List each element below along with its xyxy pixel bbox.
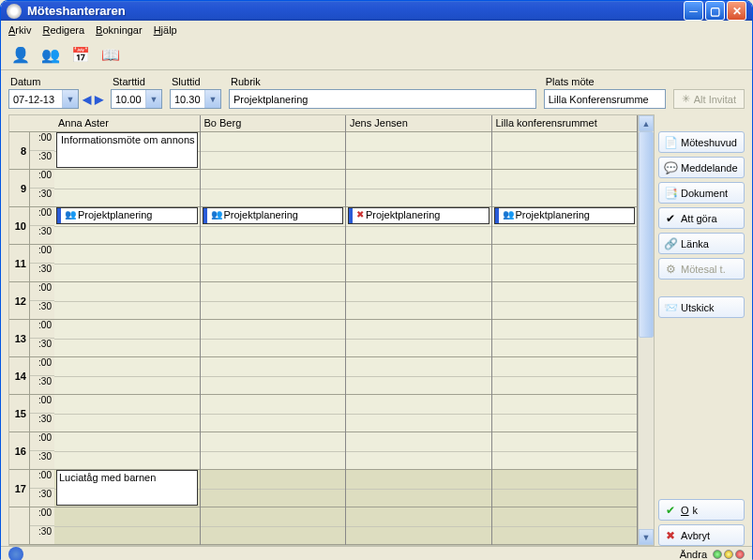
cell[interactable] bbox=[492, 357, 638, 395]
cell[interactable] bbox=[492, 432, 638, 470]
appointment-projekt[interactable]: 👥Projektplanering bbox=[494, 207, 636, 224]
cell[interactable] bbox=[201, 282, 346, 320]
dokument-button[interactable]: 📑Dokument bbox=[658, 182, 745, 204]
side-panel: 📄Möteshuvud 💬Meddelande 📑Dokument ✔Att g… bbox=[658, 114, 745, 546]
appointment-info[interactable]: Informationsmöte om annons bbox=[56, 132, 198, 168]
maximize-button[interactable]: ▢ bbox=[705, 1, 725, 21]
appointment-projekt[interactable]: ✖Projektplanering bbox=[348, 207, 489, 224]
cell[interactable] bbox=[492, 132, 638, 170]
cell[interactable] bbox=[201, 357, 346, 395]
cell[interactable] bbox=[54, 245, 200, 282]
cell[interactable]: Luciatåg med barnen bbox=[54, 470, 200, 507]
cell[interactable] bbox=[54, 432, 200, 470]
tool-delete-user-icon[interactable]: 👥 bbox=[38, 43, 63, 66]
appointment-projekt[interactable]: 👥Projektplanering bbox=[56, 207, 198, 224]
status-user-icon bbox=[8, 547, 23, 560]
attgora-button[interactable]: ✔Att göra bbox=[658, 207, 745, 229]
tool-book-icon[interactable]: 📖 bbox=[98, 43, 123, 66]
window-title: Möteshanteraren bbox=[27, 4, 684, 18]
cell[interactable] bbox=[346, 320, 491, 357]
next-day-button[interactable]: ▶ bbox=[95, 93, 103, 106]
utskick-button[interactable]: 📨Utskick bbox=[658, 296, 745, 318]
motesal-button[interactable]: ⚙Mötesal t. bbox=[658, 258, 745, 280]
cell[interactable] bbox=[54, 395, 200, 432]
message-icon: 💬 bbox=[664, 161, 677, 174]
hour-17: 17:00:30 bbox=[9, 470, 54, 507]
cell[interactable] bbox=[201, 170, 346, 207]
cell[interactable] bbox=[346, 507, 491, 545]
cell[interactable] bbox=[201, 432, 346, 470]
cell[interactable] bbox=[346, 170, 491, 207]
cell[interactable] bbox=[346, 470, 491, 507]
cell[interactable] bbox=[54, 282, 200, 320]
minimize-button[interactable]: ─ bbox=[684, 1, 703, 21]
datum-combo[interactable]: ▼ bbox=[8, 89, 79, 109]
cell[interactable] bbox=[346, 245, 491, 282]
scroll-thumb[interactable] bbox=[639, 131, 654, 338]
cell[interactable] bbox=[492, 170, 638, 207]
appointment-projekt[interactable]: 👥Projektplanering bbox=[203, 207, 344, 224]
cell[interactable]: 👥Projektplanering bbox=[54, 207, 200, 245]
cell[interactable] bbox=[54, 170, 200, 207]
cell[interactable] bbox=[346, 282, 491, 320]
menu-arkiv[interactable]: Arkiv bbox=[8, 24, 31, 36]
cell[interactable]: Informationsmöte om annons bbox=[54, 132, 200, 170]
starttid-input[interactable] bbox=[112, 90, 145, 108]
cell[interactable] bbox=[201, 395, 346, 432]
cell[interactable] bbox=[54, 507, 200, 545]
chevron-down-icon[interactable]: ▼ bbox=[145, 90, 161, 108]
cell[interactable] bbox=[201, 245, 346, 282]
cell[interactable] bbox=[201, 132, 346, 170]
cell[interactable] bbox=[346, 357, 491, 395]
datum-label: Datum bbox=[8, 76, 103, 87]
meddelande-button[interactable]: 💬Meddelande bbox=[658, 157, 745, 178]
scroll-up-button[interactable]: ▲ bbox=[639, 115, 654, 131]
cell[interactable] bbox=[492, 470, 638, 507]
sluttid-input[interactable] bbox=[171, 90, 204, 108]
tool-calendar-icon[interactable]: 📅 bbox=[68, 43, 93, 66]
cell[interactable] bbox=[346, 132, 491, 170]
datum-input[interactable] bbox=[9, 90, 62, 108]
appointment-lucia[interactable]: Luciatåg med barnen bbox=[56, 470, 198, 506]
cell[interactable]: 👥Projektplanering bbox=[492, 207, 638, 245]
cell[interactable] bbox=[201, 507, 346, 545]
tool-edit-user-icon[interactable]: 👤 bbox=[8, 43, 33, 66]
cell[interactable] bbox=[492, 507, 638, 545]
hour-18: :00:30 bbox=[9, 507, 54, 545]
close-button[interactable]: ✕ bbox=[727, 1, 746, 21]
scroll-down-button[interactable]: ▼ bbox=[639, 529, 654, 545]
cell[interactable] bbox=[492, 282, 638, 320]
invite-button[interactable]: ✳ Alt Invitat bbox=[673, 89, 745, 109]
cell[interactable] bbox=[346, 432, 491, 470]
menu-hjalp[interactable]: Hjälp bbox=[154, 24, 177, 36]
statusbar: Ändra bbox=[1, 546, 752, 560]
moteshuvud-button[interactable]: 📄Möteshuvud bbox=[658, 131, 745, 153]
chevron-down-icon[interactable]: ▼ bbox=[204, 90, 220, 108]
cell[interactable] bbox=[492, 395, 638, 432]
ok-button[interactable]: ✔Ok bbox=[658, 499, 745, 521]
menu-redigera[interactable]: Redigera bbox=[42, 24, 84, 36]
cell[interactable] bbox=[201, 470, 346, 507]
sluttid-combo[interactable]: ▼ bbox=[170, 89, 221, 109]
plats-input[interactable] bbox=[544, 89, 666, 109]
menu-bokningar[interactable]: Bokningar bbox=[96, 24, 143, 36]
starttid-combo[interactable]: ▼ bbox=[111, 89, 162, 109]
avbryt-button[interactable]: ✖Avbryt bbox=[658, 524, 745, 546]
scrollbar[interactable]: ▲ ▼ bbox=[638, 115, 654, 545]
lanka-button[interactable]: 🔗Länka bbox=[658, 233, 745, 254]
cell[interactable]: ✖Projektplanering bbox=[346, 207, 491, 245]
cell[interactable] bbox=[346, 395, 491, 432]
column-header: Jens Jensen bbox=[346, 115, 491, 132]
chevron-down-icon[interactable]: ▼ bbox=[62, 90, 78, 108]
rubrik-input[interactable] bbox=[229, 89, 536, 109]
cell[interactable] bbox=[54, 357, 200, 395]
cell[interactable] bbox=[492, 245, 638, 282]
cell[interactable]: 👥Projektplanering bbox=[201, 207, 346, 245]
cell[interactable] bbox=[54, 320, 200, 357]
cell[interactable] bbox=[492, 320, 638, 357]
toolbar: 👤 👥 📅 📖 bbox=[1, 39, 752, 70]
cell[interactable] bbox=[201, 320, 346, 357]
titlebar: Möteshanteraren ─ ▢ ✕ bbox=[1, 1, 752, 21]
todo-icon: ✔ bbox=[664, 212, 677, 225]
prev-day-button[interactable]: ◀ bbox=[83, 93, 91, 106]
